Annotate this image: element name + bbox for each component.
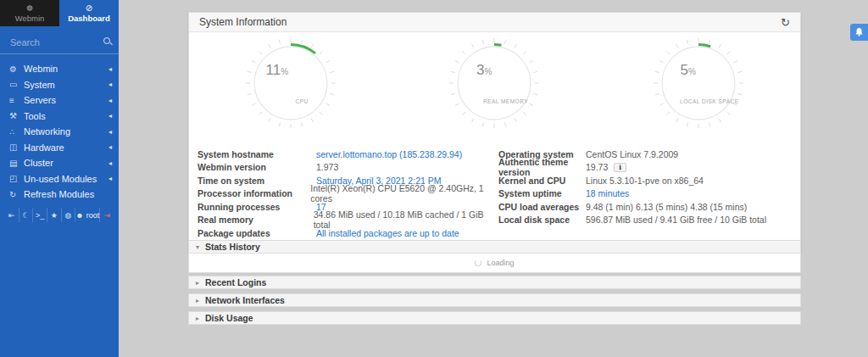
chevron-down-icon: ▾ (196, 243, 205, 251)
table-row: CPU load averages 9.48 (1 min) 6.13 (5 m… (498, 200, 792, 214)
menu-label: Cluster (24, 158, 108, 168)
dashboard-icon: ⊘ (86, 4, 92, 13)
menu-label: Networking (24, 126, 108, 137)
info-label: System hostname (198, 149, 316, 159)
disk-usage-section: ▸ Disk Usage (188, 311, 801, 325)
info-label: Kernel and CPU (498, 176, 586, 186)
real-memory-gauge-dial (448, 36, 541, 130)
logout-button[interactable]: ⇥ (99, 208, 114, 222)
menu-label: Tools (24, 111, 108, 121)
table-row: Package updates All installed packages a… (198, 226, 498, 240)
night-mode-button[interactable]: ☾ (19, 208, 33, 222)
theme-info-badge[interactable]: ℹ (614, 163, 626, 172)
info-label: CPU load averages (498, 202, 586, 212)
terminal-icon: >_ (36, 211, 44, 220)
layers-icon: ▤ (9, 159, 24, 168)
sidebar-item-networking[interactable]: ∴ Networking ◂ (0, 124, 119, 140)
table-row: Webmin version 1.973 (198, 161, 498, 175)
info-icon: ℹ (619, 164, 621, 171)
menu-label: Servers (24, 95, 108, 105)
collapse-icon: ⇤ (8, 211, 15, 220)
tab-webmin[interactable]: ☸ Webmin (0, 0, 59, 26)
sidebar-item-system[interactable]: ▭ System ◂ (0, 77, 119, 93)
system-hostname-link[interactable]: server.lottomano.top (185.238.29.94) (316, 149, 462, 159)
caret-left-icon: ◂ (108, 112, 112, 120)
recent-logins-section: ▸ Recent Logins (188, 276, 801, 289)
menu-label: System (24, 80, 108, 90)
package-updates-link[interactable]: All installed packages are up to date (316, 228, 459, 238)
tools-icon: ⚒ (9, 111, 24, 120)
menu-label: Refresh Modules (24, 189, 112, 199)
sidebar-tabs: ☸ Webmin ⊘ Dashboard (0, 0, 119, 26)
system-info-table: System hostname server.lottomano.top (18… (189, 137, 800, 252)
bell-icon (854, 27, 864, 37)
sidebar-item-hardware[interactable]: ◫ Hardware ◂ (0, 140, 119, 156)
user-icon: ☻ (75, 211, 83, 220)
section-label: Disk Usage (205, 313, 253, 323)
cpu-gauge-label: CPU (296, 98, 309, 104)
disk-usage-header[interactable]: ▸ Disk Usage (188, 311, 801, 325)
info-label: Processor information (198, 188, 310, 198)
sidebar-item-refresh-modules[interactable]: ↻ Refresh Modules (0, 187, 119, 203)
favorites-button[interactable]: ★ (47, 208, 61, 222)
stats-history-header[interactable]: ▾ Stats History (188, 240, 801, 254)
caret-left-icon: ◂ (108, 97, 112, 104)
terminal-button[interactable]: >_ (32, 208, 47, 222)
loading-text: Loading (487, 259, 514, 267)
loading-spinner-icon (475, 259, 481, 266)
menu-label: Un-used Modules (24, 174, 108, 184)
caret-left-icon: ◂ (108, 81, 112, 88)
local-disk-space-percent: 5% (652, 62, 696, 79)
gauge-ticks (654, 38, 743, 128)
star-icon: ★ (51, 211, 58, 220)
sidebar-item-unused-modules[interactable]: ◰ Un-used Modules ◂ (0, 171, 119, 187)
sidebar-item-cluster[interactable]: ▤ Cluster ◂ (0, 155, 119, 171)
puzzle-icon: ◰ (9, 174, 24, 183)
tab-dashboard[interactable]: ⊘ Dashboard (59, 0, 119, 26)
collapse-sidebar-button[interactable]: ⇤ (5, 208, 19, 222)
caret-left-icon: ◂ (108, 175, 112, 182)
user-button[interactable]: ☻ root (75, 208, 99, 222)
language-button[interactable]: ◍ (61, 208, 75, 222)
server-icon: ≡ (9, 96, 24, 105)
stats-history-panel: Loading (188, 254, 801, 273)
chevron-right-icon: ▸ (196, 279, 205, 287)
network-icon: ∴ (9, 127, 24, 137)
caret-left-icon: ◂ (108, 159, 112, 167)
info-label: Running processes (198, 202, 316, 212)
system-uptime-link[interactable]: 18 minutes (586, 188, 629, 198)
moon-icon: ☾ (22, 211, 29, 220)
refresh-button[interactable]: ↻ (781, 17, 790, 28)
info-value: 596.87 MiB used / 9.41 GiB free / 10 GiB… (586, 215, 766, 225)
info-label: Time on system (198, 176, 316, 186)
gauges-row: 11% CPU 3% REAL MEMORY (189, 32, 800, 137)
sidebar-item-webmin[interactable]: ⚙ Webmin ◂ (0, 61, 119, 77)
webmin-logo-icon: ☸ (26, 4, 34, 13)
logout-icon: ⇥ (103, 211, 110, 220)
local-disk-space-gauge-dial (652, 36, 745, 130)
cpu-gauge-dial (244, 36, 337, 130)
table-row: System hostname server.lottomano.top (18… (198, 148, 498, 161)
info-label: Real memory (198, 215, 314, 225)
sidebar-item-servers[interactable]: ≡ Servers ◂ (0, 92, 119, 109)
gauge-ticks (246, 38, 336, 128)
info-value: 19.73 (586, 162, 608, 172)
notifications-button[interactable] (850, 24, 868, 41)
drive-icon: ◫ (9, 142, 24, 152)
refresh-icon: ↻ (9, 190, 24, 199)
chevron-right-icon: ▸ (196, 315, 205, 322)
info-label: Webmin version (198, 162, 316, 172)
search-input[interactable] (0, 31, 119, 53)
info-value: CentOS Linux 7.9.2009 (586, 149, 678, 159)
tab-webmin-label: Webmin (15, 14, 45, 23)
info-label: Local disk space (498, 215, 586, 225)
tab-dashboard-label: Dashboard (68, 14, 110, 23)
caret-left-icon: ◂ (108, 143, 112, 151)
menu-label: Webmin (24, 64, 108, 74)
recent-logins-header[interactable]: ▸ Recent Logins (188, 276, 801, 289)
caret-left-icon: ◂ (108, 65, 112, 73)
table-row: Real memory 34.86 MiB used / 10.18 MiB c… (198, 214, 498, 227)
monitor-icon: ▭ (9, 80, 24, 89)
sidebar-item-tools[interactable]: ⚒ Tools ◂ (0, 109, 119, 125)
network-interfaces-header[interactable]: ▸ Network Interfaces (188, 293, 801, 307)
